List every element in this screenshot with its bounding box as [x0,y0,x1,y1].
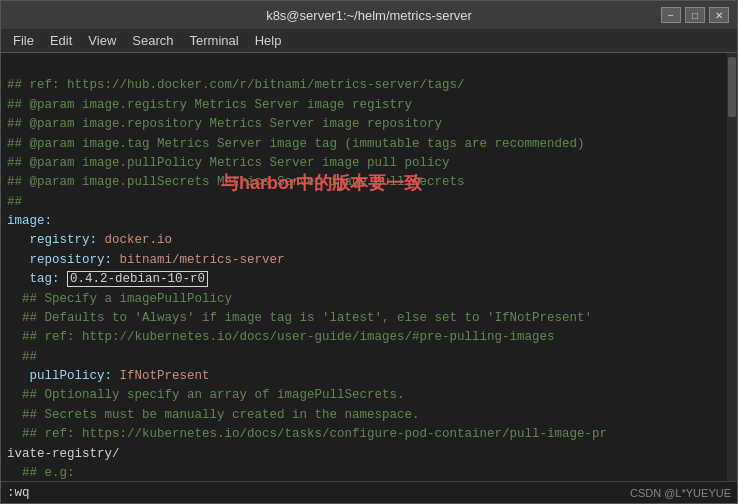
line-18: ## Secrets must be manually created in t… [7,408,420,422]
terminal-content: ## ref: https://hub.docker.com/r/bitnami… [7,57,731,481]
minimize-button[interactable]: − [661,7,681,23]
line-5: ## @param image.pullPolicy Metrics Serve… [7,156,450,170]
menu-view[interactable]: View [80,31,124,50]
vim-command: :wq [7,486,30,500]
line-10: repository: bitnami/metrics-server [7,253,285,267]
line-9: registry: docker.io [7,233,172,247]
line-7: ## [7,195,22,209]
line-14: ## ref: http://kubernetes.io/docs/user-g… [7,330,555,344]
line-2: ## @param image.registry Metrics Server … [7,98,412,112]
menu-help[interactable]: Help [247,31,290,50]
line-13: ## Defaults to 'Always' if image tag is … [7,311,592,325]
maximize-button[interactable]: □ [685,7,705,23]
menu-terminal[interactable]: Terminal [182,31,247,50]
scrollbar-thumb[interactable] [728,57,736,117]
scrollbar[interactable] [727,53,737,481]
menu-edit[interactable]: Edit [42,31,80,50]
status-bar: :wq CSDN @L*YUEYUE [1,481,737,503]
watermark: CSDN @L*YUEYUE [630,487,731,499]
annotation-text: 与harbor中的版本要一致 [221,171,422,195]
line-15: ## [7,350,37,364]
window-controls: − □ ✕ [661,7,729,23]
menu-file[interactable]: File [5,31,42,50]
line-11: tag: 0.4.2-debian-10-r0 [7,271,208,287]
line-20: ivate-registry/ [7,447,120,461]
line-4: ## @param image.tag Metrics Server image… [7,137,585,151]
title-bar: k8s@server1:~/helm/metrics-server − □ ✕ [1,1,737,29]
line-12: ## Specify a imagePullPolicy [7,292,232,306]
line-16: pullPolicy: IfNotPresent [7,369,210,383]
line-19: ## ref: https://kubernetes.io/docs/tasks… [7,427,607,441]
close-button[interactable]: ✕ [709,7,729,23]
menu-bar: File Edit View Search Terminal Help [1,29,737,53]
terminal-window: k8s@server1:~/helm/metrics-server − □ ✕ … [0,0,738,504]
line-21: ## e.g: [7,466,75,480]
line-1: ## ref: https://hub.docker.com/r/bitnami… [7,78,465,92]
terminal-body[interactable]: ## ref: https://hub.docker.com/r/bitnami… [1,53,737,481]
line-17: ## Optionally specify an array of imageP… [7,388,405,402]
menu-search[interactable]: Search [124,31,181,50]
line-8: image: [7,214,52,228]
line-3: ## @param image.repository Metrics Serve… [7,117,442,131]
window-title: k8s@server1:~/helm/metrics-server [266,8,472,23]
